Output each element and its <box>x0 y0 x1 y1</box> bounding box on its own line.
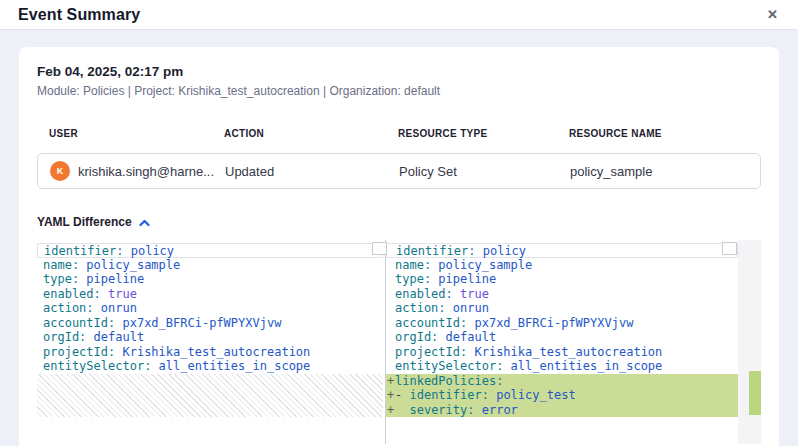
close-icon[interactable]: ✕ <box>765 6 780 23</box>
modal-body: Feb 04, 2025, 02:17 pm Module: Policies … <box>0 30 798 446</box>
avatar: K <box>50 161 70 181</box>
diff-overview-ruler[interactable] <box>738 240 761 444</box>
yaml-diff-editor[interactable]: identifier: policyname: policy_sampletyp… <box>37 240 761 444</box>
audit-table: USERACTIONRESOURCE TYPERESOURCE NAME K k… <box>37 128 761 189</box>
diff-line: accountId: px7xd_BFRCi-pfWPYXVjvw <box>386 316 738 331</box>
column-header: USER <box>49 128 224 139</box>
resource-type-cell: Policy Set <box>399 164 570 179</box>
yaml-difference-label: YAML Difference <box>37 215 132 229</box>
diff-pane-original[interactable]: identifier: policyname: policy_sampletyp… <box>37 240 383 444</box>
diff-line-added: +linkedPolicies: <box>386 374 738 389</box>
diff-line: name: policy_sample <box>386 258 738 273</box>
event-card: Feb 04, 2025, 02:17 pm Module: Policies … <box>19 47 779 446</box>
user-email: krishika.singh@harne... <box>78 164 214 179</box>
diff-line: projectId: Krishika_test_autocreation <box>386 345 738 360</box>
table-row: K krishika.singh@harne... Updated Policy… <box>37 153 761 189</box>
event-meta: Module: Policies | Project: Krishika_tes… <box>37 84 761 98</box>
audit-table-header: USERACTIONRESOURCE TYPERESOURCE NAME <box>37 128 761 139</box>
diff-line: accountId: px7xd_BFRCi-pfWPYXVjvw <box>37 316 383 331</box>
column-header: RESOURCE NAME <box>569 128 749 139</box>
diff-line: identifier: policy <box>386 243 738 258</box>
diff-line: entitySelector: all_entities_in_scope <box>37 359 383 374</box>
diff-line: action: onrun <box>37 301 383 316</box>
diff-line: type: pipeline <box>37 272 383 287</box>
action-cell: Updated <box>225 164 399 179</box>
chevron-up-icon[interactable] <box>139 213 150 231</box>
user-cell: K krishika.singh@harne... <box>50 161 225 181</box>
added-line-plus-marker: + <box>387 374 394 389</box>
page-title: Event Summary <box>18 6 140 24</box>
diff-line: name: policy_sample <box>37 258 383 273</box>
diff-line: action: onrun <box>386 301 738 316</box>
diff-line: projectId: Krishika_test_autocreation <box>37 345 383 360</box>
added-line-plus-marker: + <box>387 403 394 418</box>
diff-line: identifier: policy <box>37 243 383 258</box>
column-header: RESOURCE TYPE <box>398 128 569 139</box>
diff-empty-hatch <box>37 374 383 418</box>
added-lines-marker <box>749 371 761 415</box>
diff-line: enabled: true <box>37 287 383 302</box>
diff-line: orgId: default <box>37 330 383 345</box>
diff-line-added: +- identifier: policy_test <box>386 388 738 403</box>
diff-pane-modified[interactable]: identifier: policyname: policy_sampletyp… <box>386 240 738 444</box>
diff-line: enabled: true <box>386 287 738 302</box>
diff-line-added: + severity: error <box>386 403 738 418</box>
diff-cursor-box-right <box>722 242 737 255</box>
diff-line: type: pipeline <box>386 272 738 287</box>
diff-line: orgId: default <box>386 330 738 345</box>
event-timestamp: Feb 04, 2025, 02:17 pm <box>37 64 761 79</box>
added-line-plus-marker: + <box>387 388 394 403</box>
diff-cursor-box-left <box>372 242 387 255</box>
resource-name-cell: policy_sample <box>570 164 748 179</box>
modal-titlebar: Event Summary ✕ <box>0 0 798 30</box>
column-header: ACTION <box>224 128 398 139</box>
diff-line: entitySelector: all_entities_in_scope <box>386 359 738 374</box>
yaml-difference-toggle[interactable]: YAML Difference <box>37 213 761 231</box>
